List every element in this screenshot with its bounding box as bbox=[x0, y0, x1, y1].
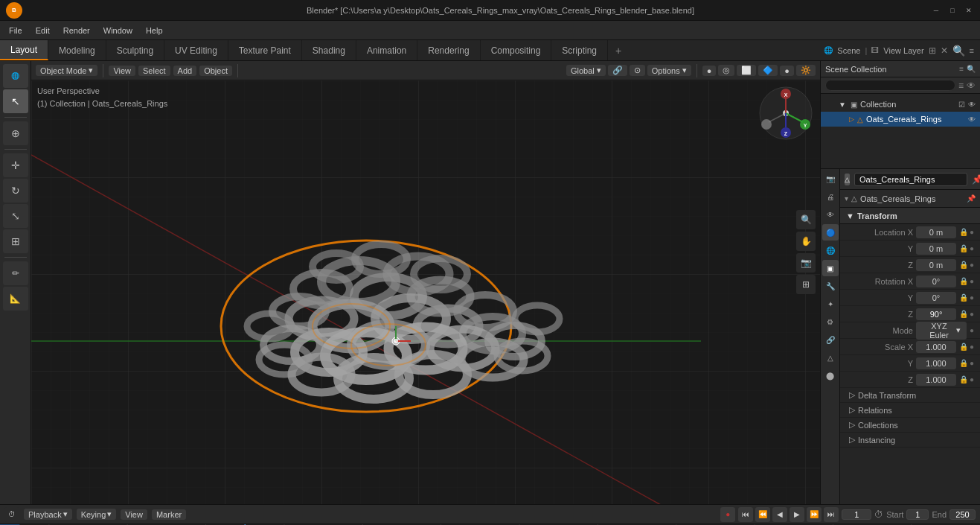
snap-toggle[interactable]: 🔗 bbox=[608, 65, 627, 76]
rotation-y-value[interactable]: 0° bbox=[916, 292, 956, 304]
prop-tab-object[interactable]: ▣ bbox=[822, 260, 839, 276]
key-rot-y[interactable]: ● bbox=[970, 293, 974, 302]
scale-z-value[interactable]: 1.000 bbox=[916, 374, 956, 386]
tool-scale[interactable]: ⤡ bbox=[3, 204, 28, 228]
lock-icon-z[interactable]: 🔒 bbox=[959, 261, 968, 269]
keyframe-icon-z[interactable]: ● bbox=[970, 261, 974, 269]
key-rot-x[interactable]: ● bbox=[970, 277, 974, 285]
lock-scale-x[interactable]: 🔒 bbox=[959, 343, 968, 351]
viewport-shading-solid[interactable]: ● bbox=[702, 66, 717, 76]
lock-rot-z[interactable]: 🔒 bbox=[959, 310, 968, 318]
tool-transform[interactable]: ⊞ bbox=[3, 229, 28, 253]
view-menu[interactable]: View bbox=[109, 66, 135, 76]
location-z-value[interactable]: 0 m bbox=[916, 259, 956, 271]
tab-uv-editing[interactable]: UV Editing bbox=[164, 40, 228, 60]
camera-view-button[interactable]: 📷 bbox=[796, 253, 816, 273]
timeline-icon[interactable]: ⏱ bbox=[4, 507, 19, 522]
tab-texture-paint[interactable]: Texture Paint bbox=[228, 40, 302, 60]
prop-tab-output[interactable]: 🖨 bbox=[822, 188, 839, 205]
outliner-filter-icon[interactable]: ≡ bbox=[959, 65, 964, 73]
prop-tab-view[interactable]: 👁 bbox=[822, 206, 839, 223]
view-menu-timeline[interactable]: View bbox=[121, 509, 147, 520]
prop-tab-data[interactable]: △ bbox=[822, 349, 839, 366]
material-preview[interactable]: ● bbox=[780, 66, 794, 76]
outliner-row-oats[interactable]: ▷ △ Oats_Cereals_Rings 👁 bbox=[821, 112, 980, 127]
step-back-button[interactable]: ⏪ bbox=[755, 507, 770, 522]
proportional-edit[interactable]: ⊙ bbox=[630, 65, 645, 76]
tool-measure[interactable]: 📐 bbox=[3, 287, 28, 311]
key-scale-x[interactable]: ● bbox=[970, 343, 974, 351]
blender-logo-icon[interactable]: B bbox=[6, 2, 22, 19]
outliner-vis-checkbox[interactable]: ☑ bbox=[958, 101, 965, 109]
tool-move[interactable]: ✛ bbox=[3, 153, 28, 177]
close-button[interactable]: ✕ bbox=[964, 5, 974, 16]
key-scale-y[interactable]: ● bbox=[970, 359, 974, 367]
location-x-value[interactable]: 0 m bbox=[916, 226, 956, 238]
keyframe-icon-x[interactable]: ● bbox=[970, 228, 974, 236]
play-forward-button[interactable]: ▶ bbox=[790, 507, 804, 522]
lock-rot-y[interactable]: 🔒 bbox=[959, 293, 968, 302]
select-menu[interactable]: Select bbox=[138, 66, 170, 76]
transform-global[interactable]: Global ▾ bbox=[566, 65, 606, 76]
maximize-button[interactable]: □ bbox=[947, 5, 958, 16]
oats-vis-eye[interactable]: 👁 bbox=[968, 115, 976, 124]
record-button[interactable]: ● bbox=[720, 507, 735, 522]
key-scale-z[interactable]: ● bbox=[970, 375, 974, 384]
jump-start-button[interactable]: ⏮ bbox=[738, 507, 753, 522]
key-rot-z[interactable]: ● bbox=[970, 310, 974, 318]
tab-compositing[interactable]: Compositing bbox=[481, 40, 552, 60]
prop-tab-modifier[interactable]: 🔧 bbox=[822, 278, 839, 294]
lock-rot-x[interactable]: 🔒 bbox=[959, 277, 968, 285]
playback-menu[interactable]: Playback ▾ bbox=[24, 509, 72, 520]
collections-header[interactable]: ▷ Collections bbox=[840, 418, 980, 433]
instancing-header[interactable]: ▷ Instancing bbox=[840, 433, 980, 448]
tab-scripting[interactable]: Scripting bbox=[551, 40, 608, 60]
outliner-search-icon[interactable]: 🔍 bbox=[967, 65, 976, 73]
outliner-vis-eye[interactable]: 👁 bbox=[968, 101, 976, 109]
hand-pan-button[interactable]: ✋ bbox=[796, 232, 816, 251]
object-mode-selector[interactable]: Object Mode ▾ bbox=[36, 65, 97, 76]
prop-tab-physics[interactable]: ⚙ bbox=[822, 314, 839, 330]
3d-viewport[interactable]: Object Mode ▾ View Select Add Object Glo… bbox=[31, 61, 820, 504]
prop-tab-scene[interactable]: 🔵 bbox=[822, 224, 839, 241]
key-mode[interactable]: ● bbox=[970, 326, 974, 334]
outliner-eye-icon[interactable]: 👁 bbox=[967, 80, 976, 91]
rendered-view[interactable]: 🔆 bbox=[796, 65, 816, 76]
add-menu[interactable]: Add bbox=[173, 66, 197, 76]
keyframe-icon-y[interactable]: ● bbox=[970, 244, 974, 252]
scale-x-value[interactable]: 1.000 bbox=[916, 341, 956, 353]
relations-header[interactable]: ▷ Relations bbox=[840, 403, 980, 418]
menu-render[interactable]: Render bbox=[57, 25, 96, 36]
tab-animation[interactable]: Animation bbox=[356, 40, 417, 60]
location-y-value[interactable]: 0 m bbox=[916, 243, 956, 255]
prop-tab-world[interactable]: 🌐 bbox=[822, 242, 839, 258]
menu-edit[interactable]: Edit bbox=[30, 25, 56, 36]
zoom-to-fit-button[interactable]: 🔍 bbox=[796, 210, 816, 229]
add-workspace-button[interactable]: + bbox=[608, 40, 629, 60]
rotation-mode-value[interactable]: XYZ Euler ▾ bbox=[916, 322, 967, 340]
tool-mode-selector[interactable]: 🌐 bbox=[3, 64, 28, 88]
play-reverse-button[interactable]: ◀ bbox=[772, 507, 787, 522]
tab-sculpting[interactable]: Sculpting bbox=[106, 40, 164, 60]
menu-file[interactable]: File bbox=[3, 25, 28, 36]
marker-menu[interactable]: Marker bbox=[152, 509, 186, 520]
viewport-navigator[interactable]: X Y Z bbox=[756, 83, 816, 143]
minimize-button[interactable]: ─ bbox=[931, 5, 941, 16]
ortho-view-button[interactable]: ⊞ bbox=[796, 275, 816, 294]
outliner-row-collection[interactable]: ▼ ▣ Collection ☑ 👁 bbox=[821, 97, 980, 112]
object-menu[interactable]: Object bbox=[199, 66, 232, 76]
lock-scale-z[interactable]: 🔒 bbox=[959, 375, 968, 384]
jump-end-button[interactable]: ⏭ bbox=[824, 507, 839, 522]
scale-y-value[interactable]: 1.000 bbox=[916, 357, 956, 369]
tab-layout[interactable]: Layout bbox=[0, 40, 48, 60]
prop-tab-render[interactable]: 📷 bbox=[822, 171, 839, 187]
rotation-z-value[interactable]: 90° bbox=[916, 308, 956, 320]
tool-select[interactable]: ↖ bbox=[3, 89, 28, 113]
step-forward-button[interactable]: ⏩ bbox=[807, 507, 822, 522]
tool-rotate[interactable]: ↻ bbox=[3, 179, 28, 203]
mesh-pin-icon[interactable]: 📌 bbox=[967, 194, 976, 203]
menu-window[interactable]: Window bbox=[97, 25, 138, 36]
tab-shading[interactable]: Shading bbox=[302, 40, 356, 60]
viewport-options[interactable]: Options ▾ bbox=[647, 65, 691, 76]
transform-section-header[interactable]: ▼ Transform bbox=[840, 208, 980, 224]
